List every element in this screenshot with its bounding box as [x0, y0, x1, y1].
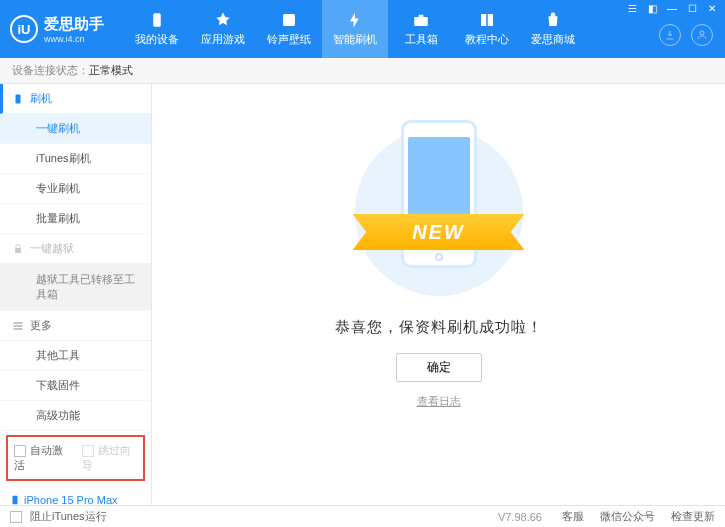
nav-ringtones[interactable]: 铃声壁纸: [256, 0, 322, 58]
nav-flash[interactable]: 智能刷机: [322, 0, 388, 58]
footer: 阻止iTunes运行 V7.98.66 客服 微信公众号 检查更新: [0, 505, 725, 527]
version-label: V7.98.66: [498, 511, 542, 523]
svg-rect-8: [14, 325, 23, 326]
lock-icon: [12, 243, 24, 255]
nav-store[interactable]: 爱思商城: [520, 0, 586, 58]
nav-toolbox[interactable]: 工具箱: [388, 0, 454, 58]
svg-rect-5: [16, 94, 21, 103]
ok-button[interactable]: 确定: [396, 353, 482, 382]
success-message: 恭喜您，保资料刷机成功啦！: [335, 318, 543, 337]
status-bar: 设备连接状态： 正常模式: [0, 58, 725, 84]
nav-apps[interactable]: 应用游戏: [190, 0, 256, 58]
skin-button[interactable]: ◧: [645, 3, 659, 14]
download-button[interactable]: [659, 24, 681, 46]
svg-rect-7: [14, 322, 23, 323]
highlighted-options: 自动激活 跳过向导: [6, 435, 145, 481]
toolbox-icon: [412, 11, 430, 29]
store-icon: [544, 11, 562, 29]
nav-my-device[interactable]: 我的设备: [124, 0, 190, 58]
footer-link-support[interactable]: 客服: [562, 509, 584, 524]
apps-icon: [214, 11, 232, 29]
list-icon: [12, 320, 24, 332]
sidebar-group-jailbreak: 一键越狱: [0, 234, 151, 264]
sidebar-item-other-tools[interactable]: 其他工具: [0, 341, 151, 371]
sidebar-item-pro-flash[interactable]: 专业刷机: [0, 174, 151, 204]
checkbox-block-itunes[interactable]: 阻止iTunes运行: [10, 509, 107, 524]
status-label: 设备连接状态：: [12, 63, 89, 78]
svg-rect-6: [15, 248, 21, 253]
app-url: www.i4.cn: [44, 34, 104, 44]
device-name: iPhone 15 Pro Max: [24, 494, 118, 505]
checkbox-auto-activate[interactable]: 自动激活: [14, 443, 70, 473]
device-info[interactable]: iPhone 15 Pro Max 512GB iPhone: [0, 487, 151, 505]
app-title: 爱思助手: [44, 15, 104, 34]
sidebar-item-download-fw[interactable]: 下载固件: [0, 371, 151, 401]
svg-rect-9: [14, 328, 23, 329]
svg-rect-10: [13, 496, 18, 504]
footer-link-update[interactable]: 检查更新: [671, 509, 715, 524]
wallpaper-icon: [280, 11, 298, 29]
footer-link-wechat[interactable]: 微信公众号: [600, 509, 655, 524]
book-icon: [478, 11, 496, 29]
user-icon: [696, 29, 708, 41]
sidebar-group-more[interactable]: 更多: [0, 311, 151, 341]
logo-icon: iU: [10, 15, 38, 43]
view-log-link[interactable]: 查看日志: [417, 394, 461, 409]
sidebar-jailbreak-note: 越狱工具已转移至工具箱: [0, 264, 151, 311]
success-illustration: NEW: [339, 120, 539, 308]
main-content: NEW 恭喜您，保资料刷机成功啦！ 确定 查看日志: [152, 84, 725, 505]
svg-rect-2: [414, 17, 428, 26]
minimize-button[interactable]: ―: [665, 3, 679, 14]
flash-icon: [346, 11, 364, 29]
device-icon: [148, 11, 166, 29]
nav-tutorials[interactable]: 教程中心: [454, 0, 520, 58]
close-button[interactable]: ✕: [705, 3, 719, 14]
account-button[interactable]: [691, 24, 713, 46]
sidebar-item-oneclick-flash[interactable]: 一键刷机: [0, 114, 151, 144]
sidebar-group-flash[interactable]: 刷机: [0, 84, 151, 114]
menu-button[interactable]: ☰: [625, 3, 639, 14]
download-icon: [664, 29, 676, 41]
svg-rect-3: [419, 15, 424, 17]
svg-rect-0: [153, 13, 161, 27]
phone-icon: [10, 493, 20, 505]
status-value: 正常模式: [89, 63, 133, 78]
sidebar: 刷机 一键刷机 iTunes刷机 专业刷机 批量刷机 一键越狱 越狱工具已转移至…: [0, 84, 152, 505]
sidebar-item-advanced[interactable]: 高级功能: [0, 401, 151, 431]
sidebar-item-itunes-flash[interactable]: iTunes刷机: [0, 144, 151, 174]
new-ribbon: NEW: [353, 214, 525, 250]
title-bar: iU 爱思助手 www.i4.cn 我的设备 应用游戏 铃声壁纸 智能刷机 工具…: [0, 0, 725, 58]
phone-icon: [12, 93, 24, 105]
checkbox-skip-wizard: 跳过向导: [82, 443, 138, 473]
maximize-button[interactable]: ☐: [685, 3, 699, 14]
svg-rect-1: [283, 14, 295, 26]
logo: iU 爱思助手 www.i4.cn: [10, 15, 104, 44]
sidebar-item-batch-flash[interactable]: 批量刷机: [0, 204, 151, 234]
svg-point-4: [700, 31, 704, 35]
